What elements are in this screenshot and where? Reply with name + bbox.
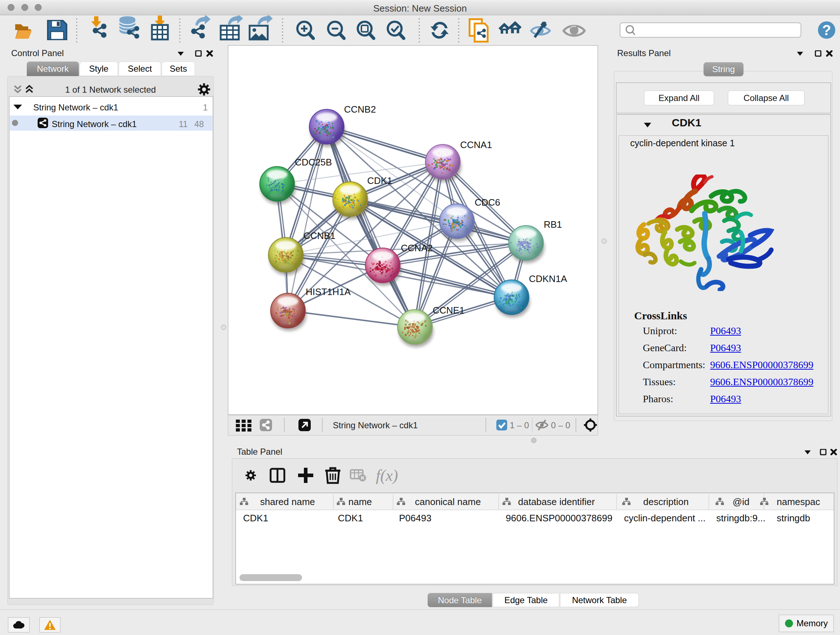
svg-text:?: ? [822,22,831,38]
svg-text:CDKN1A: CDKN1A [529,273,567,284]
svg-text:f(x): f(x) [376,467,398,485]
svg-text:HIST1H1A: HIST1H1A [306,287,351,297]
svg-text:CDC6: CDC6 [475,197,500,208]
svg-text:CCNB2: CCNB2 [344,104,376,115]
svg-text:CDK1: CDK1 [367,175,392,186]
svg-text:RB1: RB1 [544,219,562,230]
svg-text:CCNE1: CCNE1 [433,305,464,316]
svg-text:String Network – cdk1: String Network – cdk1 [333,420,418,430]
svg-text:CDC25B: CDC25B [295,157,332,168]
svg-text:CCNA1: CCNA1 [460,139,492,150]
svg-text:1 – 0: 1 – 0 [510,420,529,430]
svg-text:CCNB1: CCNB1 [303,230,335,241]
svg-text:0 – 0: 0 – 0 [551,420,570,430]
svg-text:CCNA2: CCNA2 [401,242,433,253]
